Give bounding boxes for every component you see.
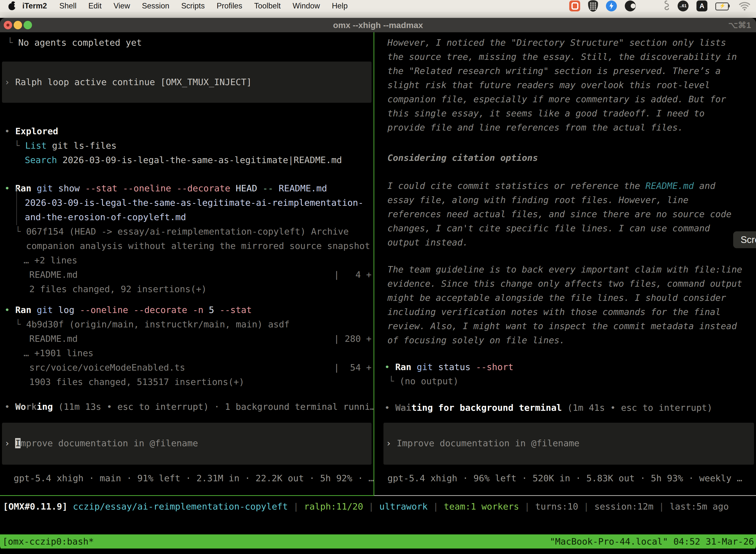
cmd-git: git bbox=[37, 305, 53, 315]
tree-vline bbox=[16, 187, 17, 225]
menu-item-session[interactable]: Session bbox=[136, 1, 175, 10]
menu-item-edit[interactable]: Edit bbox=[82, 1, 107, 10]
tree-glyph: └ bbox=[7, 38, 13, 48]
thinking-line: provide file and line references from th… bbox=[387, 120, 683, 134]
prompt-input-box[interactable]: › Improve documentation in @filename bbox=[2, 423, 372, 465]
ran-label: Ran bbox=[15, 183, 31, 193]
session-status-line: gpt-5.4 xhigh · 96% left · 520K in · 5.8… bbox=[387, 471, 742, 485]
tree-glyph: └ bbox=[15, 319, 21, 329]
pie-circle-icon[interactable] bbox=[625, 0, 636, 11]
apple-menu-icon[interactable] bbox=[8, 1, 16, 11]
cmd-flag: -n bbox=[193, 305, 203, 315]
menu-item-profiles[interactable]: Profiles bbox=[210, 1, 248, 10]
separator: | bbox=[653, 501, 670, 511]
iterm-window: omx --xhigh --madmax ⌥⌘1 └ No agents com… bbox=[0, 18, 756, 551]
session-status-line: gpt-5.4 xhigh · main · 91% left · 2.31M … bbox=[14, 471, 374, 485]
prompt-chevron: › bbox=[4, 77, 10, 87]
agents-note-row: └ No agents completed yet bbox=[7, 36, 142, 50]
stat-file: src/voice/voiceModeEnabled.ts bbox=[29, 361, 185, 375]
agents-note-text: No agents completed yet bbox=[18, 38, 142, 48]
pane-bottom-border-active bbox=[0, 495, 374, 496]
bullet-icon: • bbox=[4, 305, 10, 315]
thinking-line: output instead. bbox=[387, 235, 468, 250]
terminal-area[interactable]: └ No agents completed yet › Ralph loop a… bbox=[0, 32, 756, 551]
thinking-line: companion file, especially if more comme… bbox=[387, 92, 726, 106]
squiggle-icon[interactable] bbox=[661, 0, 670, 12]
menu-item-help[interactable]: Help bbox=[326, 1, 354, 10]
keyboard-a-icon[interactable]: A bbox=[696, 0, 707, 11]
menu-item-window[interactable]: Window bbox=[287, 1, 326, 10]
cmd-sub: status bbox=[438, 362, 470, 372]
bullet-icon: • bbox=[384, 403, 390, 413]
waiting-word-part: Wai bbox=[395, 403, 411, 413]
menu-item-shell[interactable]: Shell bbox=[53, 1, 82, 10]
thinking-line: this single essay, it seems like a good … bbox=[387, 106, 705, 120]
omx-last-activity: last:5m ago bbox=[670, 501, 729, 511]
ran-log-command-row: • Ran git log --oneline --decorate -n 5 … bbox=[4, 303, 252, 317]
ran-status-command-row: • Ran git status --short bbox=[384, 360, 513, 374]
menu-item-view[interactable]: View bbox=[108, 1, 136, 10]
stat-summary: 2 files changed, 92 insertions(+) bbox=[29, 282, 207, 296]
dots-grid-icon[interactable] bbox=[644, 1, 653, 11]
right-pane[interactable]: However, I noticed the "Directory Struct… bbox=[375, 32, 756, 495]
tree-glyph: └ bbox=[389, 376, 394, 386]
window-titlebar[interactable]: omx --xhigh --madmax ⌥⌘1 bbox=[0, 18, 756, 32]
omx-ralph-count: ralph:11/20 bbox=[304, 501, 363, 511]
cmd-output-row: └ 067f154 (HEAD -> essay/ai-reimplementa… bbox=[15, 224, 349, 238]
thinking-line: However, I noticed the "Directory Struct… bbox=[387, 36, 726, 50]
menu-bar: iTerm2 Shell Edit View Session Scripts P… bbox=[0, 0, 756, 12]
inject-text: Ralph loop active continue [OMX_TMUX_INJ… bbox=[15, 77, 252, 87]
working-extra: · 1 background terminal runni… bbox=[214, 402, 374, 412]
stat-file: README.md bbox=[29, 332, 78, 346]
lightning-circle-icon[interactable] bbox=[606, 0, 617, 11]
inject-line: › Ralph loop active continue [OMX_TMUX_I… bbox=[2, 62, 372, 89]
thinking-text: I could cite commit statistics or refere… bbox=[387, 181, 645, 191]
separator: | bbox=[578, 501, 594, 511]
left-pane[interactable]: └ No agents completed yet › Ralph loop a… bbox=[0, 32, 374, 495]
tree-glyph: └ bbox=[15, 226, 21, 236]
prompt-input-line[interactable]: › Improve documentation in @filename bbox=[383, 423, 754, 450]
pane-divider[interactable] bbox=[374, 32, 374, 496]
omx-team-workers: team:1 workers bbox=[444, 501, 519, 511]
cmd-flag: --oneline bbox=[80, 305, 128, 315]
menu-item-toolbelt[interactable]: Toolbelt bbox=[248, 1, 287, 10]
wifi-icon[interactable] bbox=[739, 1, 751, 11]
cmd-sub: show bbox=[58, 183, 80, 193]
prompt-input-box[interactable]: › Improve documentation in @filename bbox=[383, 423, 754, 465]
chat-icon[interactable] bbox=[569, 0, 580, 11]
menu-left: iTerm2 Shell Edit View Session Scripts P… bbox=[0, 1, 354, 11]
readme-link[interactable]: README.md bbox=[645, 181, 694, 191]
screen-popup-label: Scre bbox=[741, 234, 756, 245]
window-shortcut-hint: ⌥⌘1 bbox=[728, 18, 751, 32]
text-cursor: I bbox=[15, 438, 20, 448]
omx-branch-path: cczip/essay/ai-reimplementation-copyleft bbox=[73, 501, 288, 511]
tmux-session-name: [omx-cczip0:bash* bbox=[2, 535, 94, 549]
explored-search-row: Search 2026-03-09-is-legal-the-same-as-l… bbox=[25, 153, 342, 167]
prompt-input-line[interactable]: › Improve documentation in @filename bbox=[2, 423, 372, 450]
shield-grid-icon[interactable] bbox=[588, 0, 598, 12]
cmd-output-row: └ (no output) bbox=[389, 374, 459, 388]
cmd-flag: --oneline bbox=[123, 183, 171, 193]
badge-61-icon[interactable]: ..61 bbox=[678, 0, 689, 11]
cmd-head: HEAD bbox=[236, 183, 257, 193]
separator: | bbox=[288, 501, 304, 511]
menu-status-icons: ..61 A ⚡ bbox=[569, 0, 751, 12]
explored-header-row: • Explored bbox=[4, 124, 58, 138]
bullet-icon: • bbox=[4, 126, 10, 136]
ran-show-command-row: • Ran git show --stat --oneline --decora… bbox=[4, 181, 327, 195]
thinking-line: the source tree, missing the essay. Stil… bbox=[387, 50, 737, 64]
screen-popup-button[interactable]: Scre bbox=[733, 231, 756, 248]
thinking-line: slight risk that future readers may over… bbox=[387, 78, 710, 92]
tmux-host-clock: "MacBook-Pro-44.local" 04:52 31-Mar-26 bbox=[550, 535, 754, 549]
menu-item-scripts[interactable]: Scripts bbox=[175, 1, 211, 10]
inject-box[interactable]: › Ralph loop active continue [OMX_TMUX_I… bbox=[2, 62, 372, 103]
battery-icon[interactable]: ⚡ bbox=[715, 2, 731, 9]
working-word-part: Wo bbox=[15, 402, 26, 412]
window-title: omx --xhigh --madmax bbox=[0, 18, 756, 32]
omx-session-time: session:12m bbox=[594, 501, 653, 511]
stat-count: | 4 + bbox=[334, 268, 372, 282]
list-cmd: git ls-files bbox=[52, 141, 117, 151]
menu-app-name[interactable]: iTerm2 bbox=[16, 1, 53, 10]
list-label: List bbox=[25, 141, 47, 151]
cmd-flag: --decorate bbox=[177, 183, 231, 193]
